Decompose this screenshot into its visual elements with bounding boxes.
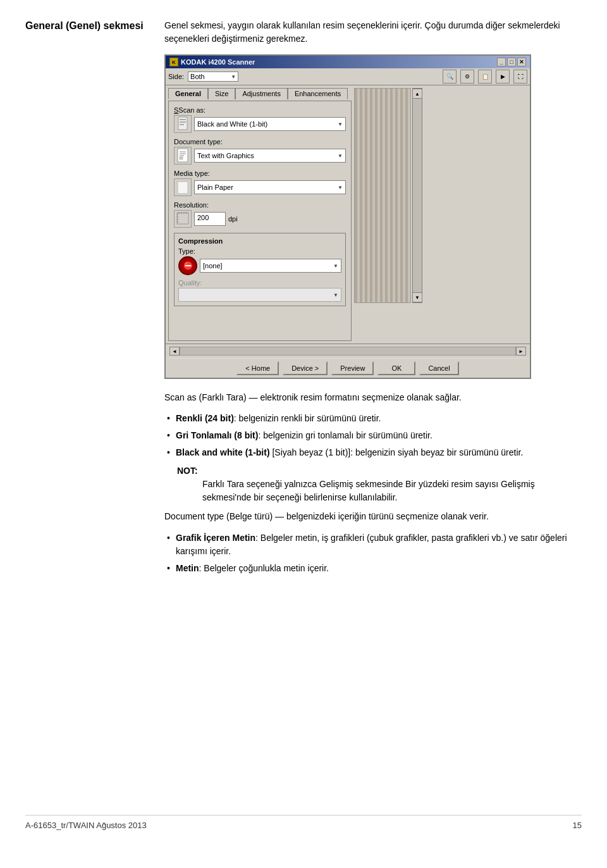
scroll-right-button[interactable]: ► [516, 347, 526, 356]
compression-title: Compression [178, 237, 341, 245]
bullet-bw-term: Black and white (1-bit) [176, 447, 270, 457]
side-value: Both [190, 73, 205, 80]
tab-enhancements[interactable]: Enhancements [288, 88, 348, 99]
note-label: NOT: [177, 466, 198, 476]
document-icon [174, 147, 192, 164]
toolbar-icon-2[interactable]: ⚙ [460, 70, 474, 84]
svg-rect-2 [180, 121, 186, 123]
intro-text: Genel sekmesi, yaygın olarak kullanılan … [164, 19, 582, 46]
maximize-button[interactable]: □ [507, 58, 516, 66]
quality-arrow: ▼ [333, 292, 338, 298]
page-footer: A-61653_tr/TWAIN Ağustos 2013 15 [25, 815, 582, 830]
document-type-value: Text with Graphics [197, 152, 254, 159]
window-buttons-row: < Home Device > Preview OK Cancel [166, 358, 530, 378]
scan-as-select[interactable]: Black and White (1-bit) ▼ [194, 117, 346, 131]
scrollbar-track [413, 99, 422, 292]
bullet-renkli-term: Renkli (24 bit) [176, 413, 234, 423]
tab-adjustments[interactable]: Adjustments [235, 88, 288, 99]
resolution-unit: dpi [228, 215, 238, 223]
cancel-button[interactable]: Cancel [419, 361, 458, 375]
bullet-bw: Black and white (1-bit) [Siyah beyaz (1 … [164, 446, 582, 459]
compression-type-select[interactable]: [none] ▼ [200, 259, 341, 273]
resolution-input[interactable]: 200 [194, 212, 226, 226]
footer-left: A-61653_tr/TWAIN Ağustos 2013 [25, 821, 147, 830]
bullet-grafik-term: Grafik İçeren Metin [176, 533, 255, 543]
scrollbar-down-button[interactable]: ▼ [412, 292, 422, 302]
scan-as-bullets: Renkli (24 bit): belgenizin renkli bir s… [164, 412, 582, 459]
media-type-arrow: ▼ [338, 185, 343, 190]
home-button[interactable]: < Home [236, 361, 279, 375]
side-dropdown[interactable]: Both ▼ [188, 71, 238, 82]
device-button[interactable]: Device > [283, 361, 328, 375]
right-column: Genel sekmesi, yaygın olarak kullanılan … [152, 19, 582, 815]
scan-as-arrow: ▼ [338, 121, 343, 127]
document-type-row: Text with Graphics ▼ [174, 147, 346, 164]
titlebar-buttons: _ □ ✕ [497, 58, 526, 66]
media-type-select[interactable]: Plain Paper ▼ [194, 180, 346, 194]
compression-type-arrow: ▼ [333, 263, 338, 269]
media-type-row: Plain Paper ▼ [174, 178, 346, 196]
scan-icon [174, 115, 192, 133]
compression-type-value: [none] [203, 262, 223, 270]
document-type-select[interactable]: Text with Graphics ▼ [194, 149, 346, 163]
bullet-bw-text: [Siyah beyaz (1 bit)]: belgenizin siyah … [270, 447, 524, 457]
document-type-description: Document type (Belge türü) — belgenizdek… [164, 509, 582, 523]
compression-icon-row: ⛔ [none] ▼ [178, 256, 341, 275]
svg-rect-3 [180, 124, 184, 125]
document-type-group: Document type: [174, 138, 346, 164]
side-dropdown-arrow: ▼ [231, 74, 236, 80]
media-icon [174, 178, 192, 196]
ok-button[interactable]: OK [377, 361, 415, 375]
bullet-metin-text: : Belgeler çoğunlukla metin içerir. [199, 563, 329, 573]
quality-select: ▼ [178, 288, 341, 302]
left-column: General (Genel) sekmesi [25, 19, 152, 815]
window-bottom-bar: ◄ ► [166, 344, 530, 358]
media-type-value: Plain Paper [197, 183, 233, 191]
document-type-bullets: Grafik İçeren Metin: Belgeler metin, iş … [164, 531, 582, 575]
resolution-group: Resolution: [174, 201, 346, 228]
section-title: General (Genel) sekmesi [25, 20, 144, 31]
toolbar-icon-1[interactable]: 🔍 [443, 70, 457, 84]
tab-general[interactable]: General [168, 88, 208, 99]
resolution-icon [174, 210, 192, 228]
scroll-left-button[interactable]: ◄ [169, 347, 180, 356]
toolbar-icon-5[interactable]: ⛶ [513, 70, 527, 84]
svg-rect-1 [180, 119, 186, 120]
bullet-gri: Gri Tonlamalı (8 bit): belgenizin gri to… [164, 429, 582, 442]
scan-as-value: Black and White (1-bit) [197, 120, 267, 128]
media-type-group: Media type: Plain Paper [174, 170, 346, 196]
toolbar-icon-4[interactable]: ▶ [496, 70, 510, 84]
tabs-row: General Size Adjustments Enhancements [168, 88, 352, 99]
note-body: Farklı Tara seçeneği yalnızca Gelişmiş s… [202, 479, 535, 502]
resolution-row: 200 dpi [174, 210, 346, 228]
document-type-desc-text: Document type (Belge türü) — belgenizdek… [164, 511, 489, 521]
toolbar-icon-3[interactable]: 📋 [478, 70, 492, 84]
compression-icon: ⛔ [178, 256, 197, 275]
window-title: KODAK i4200 Scanner [181, 58, 255, 66]
close-button[interactable]: ✕ [517, 58, 526, 66]
svg-rect-9 [178, 182, 188, 194]
minimize-button[interactable]: _ [497, 58, 506, 66]
tab-size[interactable]: Size [208, 88, 235, 99]
media-type-label: Media type: [174, 170, 346, 177]
bullet-renkli: Renkli (24 bit): belgenizin renkli bir s… [164, 412, 582, 425]
scan-as-label: SScan as: [174, 106, 346, 114]
window-toolbar: Side: Both ▼ 🔍 ⚙ 📋 ▶ ⛶ [166, 68, 530, 85]
bullet-metin-term: Metin [176, 563, 199, 573]
preview-button[interactable]: Preview [331, 361, 374, 375]
bullet-gri-text: : belgenizin gri tonlamalı bir sürümünü … [258, 430, 432, 440]
svg-rect-10 [177, 213, 188, 224]
main-content: General (Genel) sekmesi Genel sekmesi, y… [25, 19, 582, 815]
window-titlebar: K KODAK i4200 Scanner _ □ ✕ [166, 56, 530, 68]
right-panel-scrollbar[interactable]: ▲ ▼ [412, 88, 422, 303]
window-body: General Size Adjustments Enhancements SS… [166, 85, 530, 344]
note-indent: Farklı Tara seçeneği yalnızca Gelişmiş s… [202, 478, 582, 504]
scan-as-group: SScan as: [174, 106, 346, 133]
scrollbar-up-button[interactable]: ▲ [412, 89, 422, 99]
quality-label: Quality: [178, 279, 341, 287]
scanner-icon: K [169, 58, 178, 66]
right-panel-area: ▲ ▼ [354, 88, 422, 341]
resolution-value: 200 [197, 214, 209, 221]
footer-page-number: 15 [573, 821, 582, 830]
scanner-window: K KODAK i4200 Scanner _ □ ✕ Side: Both ▼ [164, 54, 531, 379]
